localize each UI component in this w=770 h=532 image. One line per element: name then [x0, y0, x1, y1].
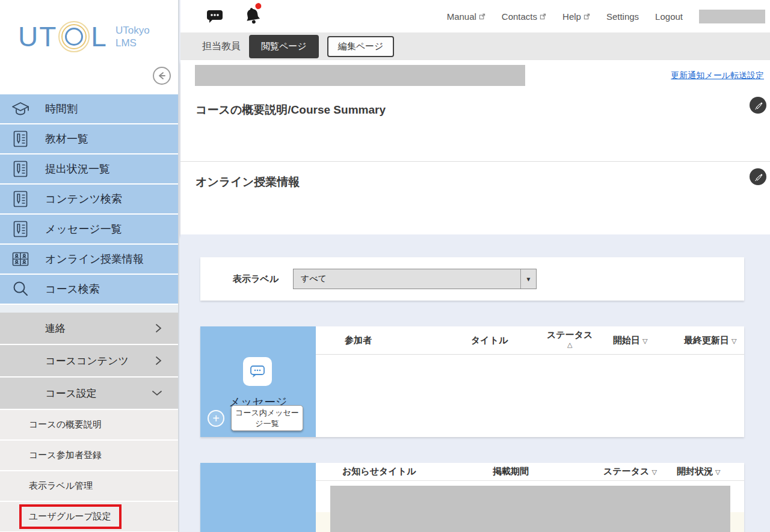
logo-subtitle-1: UTokyo [116, 24, 150, 37]
chat-button[interactable] [206, 9, 224, 24]
role-label: 担当教員 [202, 40, 241, 53]
chat-bubble-icon [206, 9, 224, 24]
sidebar-subitem-participants[interactable]: コース参加者登録 [0, 441, 178, 470]
chevron-right-icon [154, 323, 162, 333]
clipboard-icon [10, 130, 31, 148]
arrow-left-icon [156, 70, 167, 81]
clipboard-icon [10, 160, 31, 178]
sidebar-item-content-search[interactable]: コンテンツ検索 [0, 185, 178, 213]
external-link-icon [540, 13, 546, 20]
tab-edit-page[interactable]: 編集ページ [327, 36, 395, 57]
top-navbar: Manual Contacts Help [180, 0, 770, 32]
sidebar-group-course-contents[interactable]: コースコンテンツ [0, 345, 178, 376]
logo-subtitle-2: LMS [116, 37, 150, 49]
clipboard-icon [10, 220, 31, 238]
column-participants: 参加者 [345, 335, 372, 346]
edit-course-summary-button[interactable] [750, 97, 766, 114]
contacts-link[interactable]: Contacts [502, 11, 546, 22]
column-posting-period: 掲載期間 [493, 466, 529, 477]
messages-table-header: 参加者 タイトル ステータス △ 開始日▽ 最終更新日▽ [316, 326, 744, 355]
manual-link[interactable]: Manual [447, 11, 485, 22]
sort-desc-icon: ▽ [732, 337, 736, 344]
section-divider [180, 161, 770, 162]
column-notice-title: お知らせタイトル [342, 466, 416, 477]
mail-transfer-settings-link[interactable]: 更新通知メール転送設定 [671, 70, 764, 81]
notices-table-header: お知らせタイトル 掲載期間 ステータス▽ 開封状況▽ [316, 463, 744, 481]
logo-o-rings [58, 21, 90, 52]
chevron-right-icon [154, 356, 162, 365]
graduation-cap-icon [10, 101, 31, 117]
page-tabbar: 担当教員 閲覧ページ 編集ページ [180, 32, 770, 60]
label-filter-select[interactable]: すべて ▼ [293, 269, 537, 289]
messages-panel: メッセージ + コース内メッセージ一覧 参加者 タイトル ステータス △ 開始日… [200, 326, 744, 437]
add-message-button[interactable]: + [208, 410, 224, 427]
sidebar-subitem-user-group-settings[interactable]: ユーザグループ設定 [0, 502, 178, 531]
sort-desc-icon: ▽ [642, 337, 647, 344]
sidebar-subitem-course-summary[interactable]: コースの概要説明 [0, 410, 178, 439]
message-icon-tile [243, 357, 272, 386]
column-status-sort[interactable]: ステータス▽ [603, 466, 657, 477]
column-read-status-sort[interactable]: 開封状況▽ [677, 466, 720, 477]
pencil-icon [754, 173, 763, 182]
column-title: タイトル [471, 335, 508, 346]
settings-link[interactable]: Settings [606, 11, 639, 22]
username-redacted [699, 10, 765, 23]
sidebar-collapse-button[interactable] [153, 67, 171, 85]
logo-area: UT L UTokyo LMS [0, 0, 178, 94]
dropdown-arrow-icon: ▼ [520, 269, 536, 289]
sidebar: UT L UTokyo LMS 時間割 [0, 0, 179, 532]
external-link-icon [479, 13, 485, 20]
clipboard-icon [10, 190, 31, 208]
logout-link[interactable]: Logout [655, 11, 683, 22]
column-last-updated-sort[interactable]: 最終更新日▽ [684, 335, 736, 346]
sidebar-section-gap [0, 305, 178, 313]
search-icon [10, 280, 31, 298]
utol-logo: UT L UTokyo LMS [0, 0, 178, 53]
section-title-online-class: オンライン授業情報 [196, 174, 300, 190]
video-grid-icon [10, 251, 31, 268]
filter-label: 表示ラベル [233, 274, 279, 285]
label-filter-panel: 表示ラベル すべて ▼ [200, 257, 744, 301]
select-value: すべて [294, 274, 327, 284]
notices-panel-side [200, 463, 316, 532]
sidebar-item-course-search[interactable]: コース検索 [0, 275, 178, 304]
messages-panel-side: メッセージ + コース内メッセージ一覧 [200, 326, 316, 437]
sidebar-item-submissions[interactable]: 提出状況一覧 [0, 154, 178, 183]
help-link[interactable]: Help [562, 11, 590, 22]
column-status-sort[interactable]: ステータス △ [547, 329, 593, 349]
sidebar-item-message-list[interactable]: メッセージ一覧 [0, 215, 178, 243]
sidebar-item-online-class[interactable]: オンライン授業情報 [0, 245, 178, 274]
course-overview-panel: 更新通知メール転送設定 コースの概要説明/Course Summary オンライ… [180, 60, 770, 234]
main-area: Manual Contacts Help [180, 0, 770, 532]
sidebar-subitem-label-management[interactable]: 表示ラベル管理 [0, 471, 178, 501]
chevron-down-icon [152, 390, 162, 397]
section-title-course-summary: コースの概要説明/Course Summary [196, 102, 386, 118]
sidebar-item-timetable[interactable]: 時間割 [0, 94, 178, 123]
sort-desc-icon: ▽ [651, 468, 656, 475]
sidebar-group-course-settings[interactable]: コース設定 [0, 378, 178, 409]
sort-asc-icon: △ [547, 341, 593, 349]
notice-content-redacted [330, 486, 730, 532]
sidebar-group-contact[interactable]: 連絡 [0, 313, 178, 344]
content-area: 表示ラベル すべて ▼ メッセージ + [180, 234, 770, 532]
notifications-button[interactable] [242, 5, 263, 27]
tab-view-page[interactable]: 閲覧ページ [249, 35, 319, 58]
sort-desc-icon: ▽ [715, 468, 720, 475]
pencil-icon [754, 101, 763, 110]
sidebar-item-materials[interactable]: 教材一覧 [0, 124, 178, 153]
course-message-list-button[interactable]: コース内メッセージ一覧 [231, 405, 303, 431]
edit-online-class-button[interactable] [750, 168, 766, 185]
chat-bubble-icon [250, 364, 265, 379]
notices-panel: お知らせタイトル 掲載期間 ステータス▽ 開封状況▽ [200, 463, 744, 532]
external-link-icon [584, 13, 590, 20]
course-title-redacted [195, 65, 525, 86]
column-start-date-sort[interactable]: 開始日▽ [613, 335, 647, 346]
